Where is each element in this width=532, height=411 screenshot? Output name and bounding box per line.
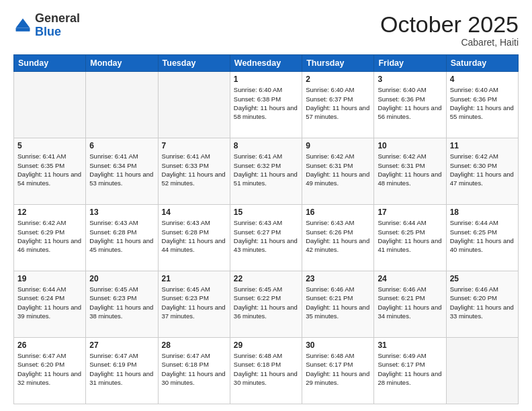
day-info: Sunrise: 6:41 AMSunset: 6:32 PMDaylight:… — [234, 152, 298, 187]
cell-2-6: 18 Sunrise: 6:44 AMSunset: 6:25 PMDaylig… — [446, 205, 518, 271]
cell-4-3: 29 Sunrise: 6:48 AMSunset: 6:18 PMDaylig… — [230, 338, 302, 404]
day-number: 26 — [17, 340, 82, 350]
day-info: Sunrise: 6:43 AMSunset: 6:26 PMDaylight:… — [306, 218, 370, 254]
day-number: 19 — [17, 274, 82, 283]
day-number: 24 — [378, 274, 442, 283]
week-row-2: 12 Sunrise: 6:42 AMSunset: 6:29 PMDaylig… — [14, 205, 519, 271]
day-number: 25 — [450, 274, 515, 283]
day-info: Sunrise: 6:43 AMSunset: 6:28 PMDaylight:… — [162, 218, 226, 254]
day-info: Sunrise: 6:41 AMSunset: 6:34 PMDaylight:… — [89, 152, 154, 187]
header-thursday: Thursday — [302, 55, 374, 72]
cell-3-0: 19 Sunrise: 6:44 AMSunset: 6:24 PMDaylig… — [14, 271, 86, 338]
cell-2-4: 16 Sunrise: 6:43 AMSunset: 6:26 PMDaylig… — [302, 205, 374, 271]
cell-3-4: 23 Sunrise: 6:46 AMSunset: 6:21 PMDaylig… — [302, 271, 374, 338]
title-area: October 2025 Cabaret, Haiti — [380, 12, 519, 48]
header-monday: Monday — [86, 55, 158, 72]
day-info: Sunrise: 6:47 AMSunset: 6:20 PMDaylight:… — [17, 351, 82, 387]
logo-text: General Blue — [35, 12, 80, 39]
day-number: 16 — [306, 208, 370, 217]
cell-1-5: 10 Sunrise: 6:42 AMSunset: 6:31 PMDaylig… — [374, 138, 446, 205]
cell-2-0: 12 Sunrise: 6:42 AMSunset: 6:29 PMDaylig… — [14, 205, 86, 271]
cell-4-2: 28 Sunrise: 6:47 AMSunset: 6:18 PMDaylig… — [158, 338, 230, 404]
day-number: 15 — [234, 208, 298, 217]
day-number: 7 — [162, 141, 226, 150]
cell-0-5: 3 Sunrise: 6:40 AMSunset: 6:36 PMDayligh… — [374, 72, 446, 138]
cell-0-2 — [158, 72, 230, 138]
day-number: 10 — [378, 141, 442, 150]
day-number: 14 — [162, 208, 226, 217]
day-info: Sunrise: 6:49 AMSunset: 6:17 PMDaylight:… — [378, 351, 442, 387]
cell-0-0 — [14, 72, 86, 138]
day-number: 13 — [89, 208, 154, 217]
day-info: Sunrise: 6:45 AMSunset: 6:22 PMDaylight:… — [234, 285, 298, 320]
day-info: Sunrise: 6:48 AMSunset: 6:17 PMDaylight:… — [306, 351, 370, 387]
day-info: Sunrise: 6:41 AMSunset: 6:33 PMDaylight:… — [162, 152, 226, 187]
day-number: 22 — [234, 274, 298, 283]
logo: General Blue — [13, 12, 80, 39]
day-number: 28 — [162, 340, 226, 350]
day-info: Sunrise: 6:42 AMSunset: 6:29 PMDaylight:… — [17, 218, 82, 254]
day-info: Sunrise: 6:47 AMSunset: 6:18 PMDaylight:… — [162, 351, 226, 387]
day-info: Sunrise: 6:45 AMSunset: 6:23 PMDaylight:… — [89, 285, 154, 320]
logo-icon — [13, 16, 32, 35]
svg-marker-0 — [16, 18, 30, 28]
cell-1-4: 9 Sunrise: 6:42 AMSunset: 6:31 PMDayligh… — [302, 138, 374, 205]
day-info: Sunrise: 6:42 AMSunset: 6:30 PMDaylight:… — [450, 152, 515, 187]
logo-line2: Blue — [35, 25, 61, 38]
header-saturday: Saturday — [446, 55, 518, 72]
cell-4-4: 30 Sunrise: 6:48 AMSunset: 6:17 PMDaylig… — [302, 338, 374, 404]
cell-0-6: 4 Sunrise: 6:40 AMSunset: 6:36 PMDayligh… — [446, 72, 518, 138]
day-info: Sunrise: 6:42 AMSunset: 6:31 PMDaylight:… — [378, 152, 442, 187]
cell-1-1: 6 Sunrise: 6:41 AMSunset: 6:34 PMDayligh… — [86, 138, 158, 205]
calendar-header: Sunday Monday Tuesday Wednesday Thursday… — [14, 55, 519, 72]
day-info: Sunrise: 6:40 AMSunset: 6:38 PMDaylight:… — [234, 85, 298, 121]
cell-4-1: 27 Sunrise: 6:47 AMSunset: 6:19 PMDaylig… — [86, 338, 158, 404]
cell-1-2: 7 Sunrise: 6:41 AMSunset: 6:33 PMDayligh… — [158, 138, 230, 205]
header-tuesday: Tuesday — [158, 55, 230, 72]
day-info: Sunrise: 6:44 AMSunset: 6:25 PMDaylight:… — [450, 218, 515, 254]
cell-4-0: 26 Sunrise: 6:47 AMSunset: 6:20 PMDaylig… — [14, 338, 86, 404]
week-row-4: 26 Sunrise: 6:47 AMSunset: 6:20 PMDaylig… — [14, 338, 519, 404]
svg-rect-1 — [16, 28, 30, 31]
day-number: 30 — [306, 340, 370, 350]
day-info: Sunrise: 6:43 AMSunset: 6:28 PMDaylight:… — [89, 218, 154, 254]
day-number: 29 — [234, 340, 298, 350]
day-info: Sunrise: 6:41 AMSunset: 6:35 PMDaylight:… — [17, 152, 82, 187]
cell-2-2: 14 Sunrise: 6:43 AMSunset: 6:28 PMDaylig… — [158, 205, 230, 271]
cell-4-5: 31 Sunrise: 6:49 AMSunset: 6:17 PMDaylig… — [374, 338, 446, 404]
day-number: 21 — [162, 274, 226, 283]
day-info: Sunrise: 6:46 AMSunset: 6:20 PMDaylight:… — [450, 285, 515, 320]
header-friday: Friday — [374, 55, 446, 72]
cell-3-2: 21 Sunrise: 6:45 AMSunset: 6:23 PMDaylig… — [158, 271, 230, 338]
week-row-1: 5 Sunrise: 6:41 AMSunset: 6:35 PMDayligh… — [14, 138, 519, 205]
week-row-3: 19 Sunrise: 6:44 AMSunset: 6:24 PMDaylig… — [14, 271, 519, 338]
page: General Blue October 2025 Cabaret, Haiti… — [0, 0, 532, 411]
day-number: 6 — [89, 141, 154, 150]
day-number: 3 — [378, 75, 442, 84]
logo-line1: General — [35, 11, 80, 25]
month-title: October 2025 — [380, 12, 519, 37]
day-number: 12 — [17, 208, 82, 217]
day-number: 18 — [450, 208, 515, 217]
day-info: Sunrise: 6:43 AMSunset: 6:27 PMDaylight:… — [234, 218, 298, 254]
day-info: Sunrise: 6:45 AMSunset: 6:23 PMDaylight:… — [162, 285, 226, 320]
day-info: Sunrise: 6:40 AMSunset: 6:36 PMDaylight:… — [450, 85, 515, 121]
header-sunday: Sunday — [14, 55, 86, 72]
calendar-body: 1 Sunrise: 6:40 AMSunset: 6:38 PMDayligh… — [14, 72, 519, 404]
cell-1-6: 11 Sunrise: 6:42 AMSunset: 6:30 PMDaylig… — [446, 138, 518, 205]
day-info: Sunrise: 6:40 AMSunset: 6:37 PMDaylight:… — [306, 85, 370, 121]
cell-3-6: 25 Sunrise: 6:46 AMSunset: 6:20 PMDaylig… — [446, 271, 518, 338]
day-number: 9 — [306, 141, 370, 150]
day-number: 20 — [89, 274, 154, 283]
day-info: Sunrise: 6:44 AMSunset: 6:25 PMDaylight:… — [378, 218, 442, 254]
day-info: Sunrise: 6:40 AMSunset: 6:36 PMDaylight:… — [378, 85, 442, 121]
cell-2-3: 15 Sunrise: 6:43 AMSunset: 6:27 PMDaylig… — [230, 205, 302, 271]
header-wednesday: Wednesday — [230, 55, 302, 72]
day-number: 27 — [89, 340, 154, 350]
day-number: 1 — [234, 75, 298, 84]
cell-1-3: 8 Sunrise: 6:41 AMSunset: 6:32 PMDayligh… — [230, 138, 302, 205]
header: General Blue October 2025 Cabaret, Haiti — [13, 12, 519, 48]
location: Cabaret, Haiti — [380, 37, 519, 48]
day-number: 17 — [378, 208, 442, 217]
cell-3-3: 22 Sunrise: 6:45 AMSunset: 6:22 PMDaylig… — [230, 271, 302, 338]
